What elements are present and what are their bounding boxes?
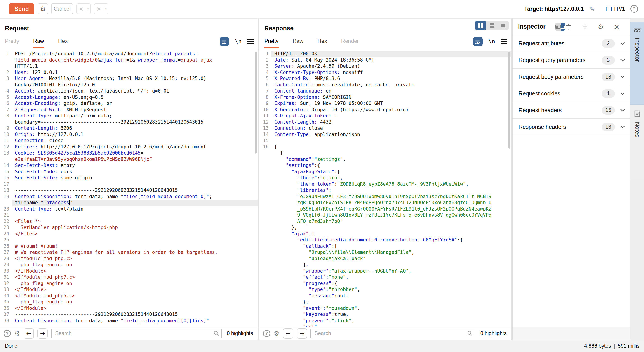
search-prev-button[interactable]: ← bbox=[283, 328, 293, 339]
show-newlines-toggle[interactable]: \n bbox=[235, 38, 242, 45]
chevron-down-icon[interactable] bbox=[620, 91, 624, 95]
code-segment bbox=[274, 256, 309, 261]
chevron-down-icon[interactable] bbox=[620, 57, 624, 61]
inspector-settings-icon[interactable]: ⚙ bbox=[598, 23, 604, 31]
code-segment: , bbox=[408, 268, 412, 274]
chevron-down-icon[interactable] bbox=[620, 74, 624, 78]
layout-single-button[interactable] bbox=[498, 21, 509, 30]
tab-raw[interactable]: Raw bbox=[33, 38, 44, 48]
layout-rows-button[interactable] bbox=[486, 21, 498, 30]
http-version-selector[interactable]: HTTP/1 bbox=[606, 6, 625, 12]
code-segment: : bbox=[317, 175, 320, 180]
code-text: "event":"mousedown", bbox=[271, 305, 511, 312]
code-line: field_media_document/widget/0&ajax_form=… bbox=[0, 57, 258, 63]
line-number bbox=[260, 256, 271, 262]
code-segment: field_media_document[0][fids] bbox=[124, 318, 206, 323]
code-line: 26# Vroum! Vroum! bbox=[0, 243, 258, 250]
word-wrap-toggle[interactable] bbox=[220, 37, 229, 46]
count-badge: 2 bbox=[602, 39, 615, 48]
history-forward-button[interactable]: > ▾ bbox=[94, 3, 108, 14]
search-next-button[interactable]: → bbox=[37, 328, 48, 339]
history-back-button[interactable]: < ▾ bbox=[76, 3, 91, 14]
code-segment: :null bbox=[334, 293, 349, 299]
code-segment bbox=[274, 206, 297, 212]
code-segment: same-origin bbox=[58, 175, 92, 180]
response-metrics: 4,866 bytes | 591 millis bbox=[584, 343, 640, 349]
code-text: Connection: close bbox=[271, 125, 511, 132]
search-next-button[interactable]: → bbox=[297, 328, 307, 339]
panel-divider[interactable] bbox=[258, 18, 260, 340]
word-wrap-toggle[interactable] bbox=[473, 37, 483, 46]
code-text: php_flag engine on bbox=[12, 280, 258, 287]
dock-right-button[interactable] bbox=[560, 22, 565, 31]
code-segment: Content-Type: bbox=[274, 132, 312, 137]
chevron-down-icon[interactable]: ▾ bbox=[104, 7, 108, 10]
tab-pretty[interactable]: Pretty bbox=[5, 38, 19, 48]
line-number bbox=[260, 274, 271, 280]
cancel-button[interactable]: Cancel bbox=[51, 3, 73, 14]
sidebar-tab-inspector[interactable]: Inspector bbox=[630, 22, 644, 105]
editor-menu-icon[interactable] bbox=[501, 39, 507, 44]
search-prev-button[interactable]: ← bbox=[24, 328, 34, 339]
code-line: 22<Files *> bbox=[0, 218, 258, 225]
code-segment: </Files> bbox=[15, 231, 38, 236]
code-text: <IfModule mod_php.c> bbox=[12, 256, 258, 262]
close-icon[interactable]: × bbox=[613, 23, 620, 30]
notes-icon bbox=[634, 110, 640, 117]
code-segment: 4432 bbox=[317, 119, 332, 125]
code-segment: , bbox=[357, 287, 360, 292]
section-request-cookies[interactable]: Request cookies 1 bbox=[513, 85, 630, 102]
edit-target-icon[interactable]: ✎ bbox=[589, 5, 594, 13]
section-request-body-parameters[interactable]: Request body parameters 18 bbox=[513, 69, 630, 85]
code-segment: Content-language: bbox=[274, 88, 323, 94]
chevron-down-icon[interactable]: ▾ bbox=[86, 7, 90, 10]
help-icon[interactable]: ? bbox=[630, 5, 638, 13]
chevron-down-icon[interactable] bbox=[620, 124, 624, 128]
search-field-wrap bbox=[51, 329, 222, 339]
code-line: 12Referer: http://127.0.0.1/Projects/dru… bbox=[0, 144, 258, 150]
request-search-input[interactable] bbox=[51, 329, 222, 339]
code-segment: 1 bbox=[332, 113, 337, 119]
code-segment: Mozilla/5.0 (Macintosh; Intel Mac OS X 1… bbox=[46, 76, 206, 81]
code-text: "callback":[ bbox=[271, 243, 511, 250]
search-help-icon[interactable]: ? bbox=[263, 330, 270, 337]
section-request-attributes[interactable]: Request attributes 2 bbox=[513, 35, 630, 52]
response-editor[interactable]: 1HTTP/1.1 200 OK2Date: Sat, 04 May 2024 … bbox=[260, 49, 511, 327]
code-segment bbox=[274, 231, 292, 236]
collapse-all-icon[interactable] bbox=[582, 23, 588, 30]
send-settings-button[interactable]: ⚙ bbox=[38, 3, 48, 14]
count-badge: 15 bbox=[602, 106, 615, 115]
tab-hex[interactable]: Hex bbox=[318, 38, 327, 48]
search-settings-icon[interactable]: ⚙ bbox=[274, 330, 280, 337]
code-segment: Accept: bbox=[15, 88, 35, 94]
search-settings-icon[interactable]: ⚙ bbox=[14, 330, 20, 337]
editor-menu-icon[interactable] bbox=[248, 39, 254, 44]
chevron-down-icon[interactable] bbox=[620, 107, 624, 111]
tab-raw[interactable]: Raw bbox=[292, 38, 304, 48]
chevron-down-icon[interactable] bbox=[620, 41, 624, 45]
code-segment: close bbox=[46, 138, 64, 143]
section-request-query-parameters[interactable]: Request query parameters 3 bbox=[513, 52, 630, 69]
gear-icon: ⚙ bbox=[40, 5, 46, 13]
show-newlines-toggle[interactable]: \n bbox=[488, 38, 495, 45]
tab-pretty[interactable]: Pretty bbox=[264, 38, 278, 48]
divider bbox=[600, 4, 600, 13]
dock-left-button[interactable] bbox=[555, 22, 560, 31]
sidebar-tab-notes[interactable]: Notes bbox=[630, 105, 644, 180]
tab-render[interactable]: Render bbox=[341, 38, 359, 48]
code-segment bbox=[274, 318, 303, 323]
response-scrollbar[interactable] bbox=[508, 52, 510, 149]
section-request-headers[interactable]: Request headers 15 bbox=[513, 102, 630, 119]
code-text: Content-Type: multipart/form-data; bbox=[12, 113, 258, 119]
tab-hex[interactable]: Hex bbox=[58, 38, 68, 48]
request-scrollbar[interactable] bbox=[255, 52, 257, 154]
request-editor[interactable]: 1POST /Projects/drupal-10.2.6/media/add/… bbox=[0, 49, 258, 327]
send-button[interactable]: Send bbox=[9, 3, 34, 14]
section-response-headers[interactable]: Response headers 13 bbox=[513, 119, 630, 135]
line-number: 13 bbox=[260, 125, 271, 132]
layout-columns-button[interactable] bbox=[475, 21, 486, 30]
code-text: Sec-Fetch-Mode: cors bbox=[12, 169, 258, 175]
expand-all-icon[interactable] bbox=[565, 23, 572, 30]
search-help-icon[interactable]: ? bbox=[4, 330, 11, 337]
response-search-input[interactable] bbox=[310, 329, 475, 339]
